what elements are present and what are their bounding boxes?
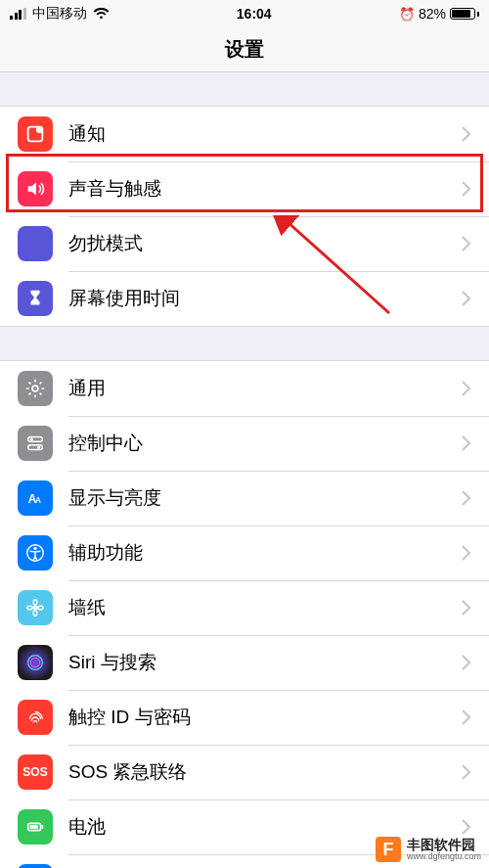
row-controlcenter[interactable]: 控制中心 [0, 416, 489, 471]
svg-point-2 [32, 386, 38, 391]
moon-icon [18, 226, 53, 261]
chevron-right-icon [456, 236, 489, 251]
sos-text: SOS [22, 765, 47, 779]
carrier-label: 中国移动 [32, 5, 87, 23]
chevron-right-icon [456, 181, 489, 197]
svg-point-12 [33, 600, 37, 606]
battery-pct: 82% [419, 6, 446, 22]
signal-icon [10, 8, 26, 20]
row-label: 触控 ID 与密码 [68, 705, 456, 730]
svg-point-11 [33, 606, 37, 610]
notifications-icon [18, 116, 53, 152]
chevron-right-icon [456, 545, 489, 561]
svg-point-4 [30, 437, 33, 440]
row-touchid[interactable]: 触控 ID 与密码 [0, 690, 489, 745]
row-accessibility[interactable]: 辅助功能 [0, 525, 489, 580]
chevron-right-icon [456, 490, 489, 506]
flower-icon [18, 590, 53, 625]
svg-point-17 [30, 658, 39, 666]
nav-bar: 设置 [0, 27, 489, 72]
chevron-right-icon [456, 600, 489, 616]
row-label: Siri 与搜索 [68, 650, 456, 675]
hourglass-icon [18, 281, 53, 316]
row-siri[interactable]: Siri 与搜索 [0, 635, 489, 690]
chevron-right-icon [456, 655, 489, 670]
row-sounds[interactable]: 声音与触感 [0, 161, 489, 216]
row-label: SOS 紧急联络 [68, 759, 456, 785]
battery-icon [450, 8, 479, 20]
settings-group-1: 通知 声音与触感 勿扰模式 屏幕使用时间 [0, 106, 489, 327]
row-dnd[interactable]: 勿扰模式 [0, 216, 489, 271]
row-screentime[interactable]: 屏幕使用时间 [0, 271, 489, 326]
row-label: 墙纸 [68, 595, 456, 620]
row-label: 屏幕使用时间 [68, 286, 456, 311]
row-general[interactable]: 通用 [0, 361, 489, 416]
page-title: 设置 [225, 36, 264, 63]
svg-point-1 [36, 126, 43, 133]
svg-rect-20 [30, 825, 38, 829]
gear-icon [18, 371, 53, 406]
switches-icon [18, 426, 53, 461]
watermark: F 丰图软件园 www.dgfengtu.com [376, 837, 481, 862]
row-wallpaper[interactable]: 墙纸 [0, 580, 489, 635]
row-display[interactable]: AA 显示与亮度 [0, 471, 489, 525]
row-notifications[interactable]: 通知 [0, 107, 489, 161]
status-left: 中国移动 [10, 5, 110, 23]
status-bar: 中国移动 16:04 ⏰ 82% [0, 0, 489, 27]
svg-point-6 [37, 446, 40, 449]
status-time: 16:04 [237, 6, 272, 22]
chevron-right-icon [456, 709, 489, 725]
row-label: 控制中心 [68, 431, 456, 456]
sos-icon: SOS [18, 754, 53, 790]
svg-point-13 [33, 611, 37, 617]
wifi-icon [93, 8, 110, 21]
text-size-icon: AA [18, 480, 53, 516]
row-label: 辅助功能 [68, 540, 456, 566]
chevron-right-icon [456, 126, 489, 142]
battery-row-icon [18, 809, 53, 845]
settings-group-2: 通用 控制中心 AA 显示与亮度 辅助功能 墙纸 Siri 与搜索 [0, 360, 489, 868]
row-label: 显示与亮度 [68, 485, 456, 511]
watermark-logo-letter: F [382, 840, 393, 860]
hand-icon [18, 864, 53, 868]
accessibility-icon [18, 535, 53, 571]
row-sos[interactable]: SOS SOS 紧急联络 [0, 745, 489, 799]
sounds-icon [18, 171, 53, 206]
fingerprint-icon [18, 700, 53, 735]
row-label: 勿扰模式 [68, 231, 456, 256]
status-right: ⏰ 82% [399, 6, 479, 22]
svg-point-15 [38, 606, 44, 610]
chevron-right-icon [456, 764, 489, 780]
svg-point-10 [33, 547, 36, 550]
chevron-right-icon [456, 435, 489, 451]
chevron-right-icon [456, 381, 489, 396]
svg-text:A: A [35, 496, 41, 505]
watermark-url: www.dgfengtu.com [407, 852, 481, 861]
row-label: 通用 [68, 376, 456, 401]
chevron-right-icon [456, 819, 489, 835]
row-label: 声音与触感 [68, 176, 456, 202]
row-label: 通知 [68, 121, 456, 147]
watermark-logo: F [376, 837, 401, 862]
svg-point-14 [27, 606, 33, 610]
siri-icon [18, 645, 53, 680]
watermark-name: 丰图软件园 [407, 838, 481, 852]
svg-rect-19 [41, 825, 43, 829]
chevron-right-icon [456, 291, 489, 306]
alarm-icon: ⏰ [399, 7, 415, 22]
